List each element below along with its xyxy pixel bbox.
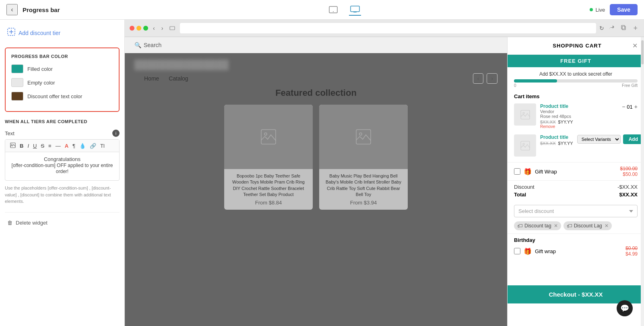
product-title-1: Bopoobo 1pc Baby Teether Safe Wooden Toy…: [228, 173, 309, 198]
live-dot: [590, 8, 593, 11]
store-inner: 🔍 Search ███████████████ Home Catalog: [125, 37, 507, 326]
discount-text-color-swatch[interactable]: [11, 92, 23, 101]
variant-row-2: Select Variants Add: [577, 134, 644, 144]
birthday-gift-wrap-row: 🎁 Gift wrap $0.00 $4.99: [514, 246, 638, 260]
product-info-1: Bopoobo 1pc Baby Teether Safe Wooden Toy…: [224, 169, 313, 210]
discount-tag-close-2[interactable]: ✕: [604, 223, 609, 229]
cart-item-price-old-1: $XX.XX: [540, 120, 556, 124]
discount-row: Discount -$XX.XX: [514, 184, 638, 190]
svg-point-20: [523, 143, 524, 145]
product-card-2: Baby Music Play Bed Hanging Bell Baby's …: [319, 105, 408, 210]
bold-button[interactable]: B: [18, 142, 25, 149]
browser-copy-button[interactable]: [619, 24, 628, 33]
qty-plus-1-button[interactable]: +: [634, 103, 638, 110]
browser-reload-button[interactable]: ↻: [599, 25, 604, 31]
tag-icon-2: 🏷: [567, 223, 572, 229]
gift-wrap-prices: $100.00 $50.00: [620, 166, 638, 177]
add-discount-tier-button[interactable]: Add discount tier: [5, 25, 63, 41]
traffic-light-yellow[interactable]: [136, 26, 141, 31]
scrollbar-thumb[interactable]: [641, 40, 644, 64]
birthday-gift-icon: 🎁: [524, 248, 532, 255]
dash-button[interactable]: —: [54, 142, 62, 149]
scrollbar-track[interactable]: [641, 37, 644, 326]
main-layout: Add discount tier PROGRESS BAR COLOR Fil…: [0, 20, 644, 326]
birthday-gift-wrap-label: Gift wrap: [535, 248, 622, 254]
divider: [5, 212, 120, 213]
discount-tag-close-1[interactable]: ✕: [553, 223, 558, 229]
strikethrough-button[interactable]: S: [39, 142, 46, 149]
text-format-button[interactable]: Tl: [99, 142, 106, 149]
cart-item-price-new-2: $YY.YY: [558, 141, 573, 146]
svg-point-18: [523, 112, 524, 114]
traffic-light-green[interactable]: [143, 26, 148, 31]
cart-item-price-new-1: $YY.YY: [558, 120, 573, 124]
back-button[interactable]: ‹: [6, 4, 18, 15]
store-nav: 🔍 Search: [125, 37, 507, 53]
nav-catalog[interactable]: Catalog: [169, 75, 188, 82]
cart-item-price-old-2: $XX.XX: [540, 141, 556, 146]
discount-text-color-row: Discount offer text color: [11, 92, 113, 101]
svg-rect-15: [356, 130, 371, 144]
progress-end-label: Free Gift: [622, 83, 638, 88]
cart-item-title-1: Product title: [540, 103, 618, 109]
products-row: Bopoobo 1pc Baby Teether Safe Wooden Toy…: [125, 105, 507, 210]
filled-color-swatch[interactable]: [11, 64, 23, 73]
next-arrow-button[interactable]: ›: [487, 73, 497, 84]
browser-back-button[interactable]: ‹: [151, 24, 157, 32]
store-logo: ███████████████: [134, 60, 497, 70]
qty-value-1: 01: [627, 104, 632, 110]
browser-add-button[interactable]: +: [632, 23, 639, 33]
variant-select-2[interactable]: Select Variants: [577, 135, 621, 144]
underline-button[interactable]: U: [31, 142, 38, 149]
tablet-view-button[interactable]: [327, 4, 339, 16]
save-button[interactable]: Save: [610, 4, 638, 15]
qty-minus-1-button[interactable]: −: [622, 103, 625, 110]
page-title: Progress bar: [23, 6, 60, 13]
top-bar-center: [131, 4, 557, 16]
gift-wrap-checkbox[interactable]: [514, 168, 520, 175]
unlock-text: Add $XX.XX to unlock secret offer: [508, 67, 644, 79]
progress-labels: 0 Free Gift: [514, 83, 638, 88]
discount-tags: 🏷 Discount tag ✕ 🏷 Discount Lag ✕: [508, 220, 644, 233]
align-button[interactable]: ≡: [47, 142, 53, 149]
left-panel: Add discount tier PROGRESS BAR COLOR Fil…: [0, 20, 125, 326]
cart-header: SHOPPING CART ✕: [508, 37, 644, 55]
desktop-view-button[interactable]: [349, 4, 361, 16]
top-bar-left: ‹ Progress bar: [6, 4, 131, 15]
info-icon[interactable]: i: [112, 130, 120, 137]
image-button[interactable]: [8, 142, 17, 150]
traffic-light-red[interactable]: [130, 26, 134, 31]
cart-close-button[interactable]: ✕: [632, 42, 638, 50]
preview-area: ‹ › ↻ + 🔍: [125, 20, 644, 326]
remove-item-1-button[interactable]: Remove: [540, 124, 618, 129]
add-tier-icon: [7, 28, 15, 38]
link-button[interactable]: 🔗: [88, 142, 98, 149]
browser-share-button[interactable]: [607, 24, 616, 33]
browser-minimize-button[interactable]: [168, 24, 177, 32]
empty-color-swatch[interactable]: [11, 78, 23, 87]
store-search-area[interactable]: 🔍 Search: [134, 42, 161, 48]
droplet-button[interactable]: 💧: [78, 142, 87, 149]
progress-bar-color-title: PROGRESS BAR COLOR: [11, 54, 113, 59]
product-title-2: Baby Music Play Bed Hanging Bell Baby's …: [323, 173, 404, 198]
address-bar[interactable]: [180, 23, 596, 33]
birthday-gift-wrap-checkbox[interactable]: [514, 248, 520, 254]
delete-widget-button[interactable]: 🗑 Delete widget: [5, 217, 50, 228]
cart-item-title-2: Product title: [540, 134, 573, 140]
editor-body[interactable]: Congratulations[offer-condition-sum] OFF…: [5, 152, 119, 180]
birthday-gift-price-new: $4.99: [625, 251, 638, 257]
discount-select[interactable]: Select discount: [514, 205, 638, 217]
svg-point-9: [11, 144, 12, 144]
rich-editor: B I U S ≡ — A ¶ 💧 🔗 Tl Congratulations[o…: [5, 139, 120, 181]
chat-bubble[interactable]: 💬: [617, 300, 633, 316]
cart-item-img-2: [514, 134, 536, 157]
top-bar-right: Live Save: [557, 4, 638, 15]
total-row: Total $XX.XX: [514, 192, 638, 198]
product-img-1: [224, 105, 313, 169]
nav-home[interactable]: Home: [144, 75, 159, 82]
prev-arrow-button[interactable]: ‹: [473, 73, 484, 84]
italic-button[interactable]: I: [26, 142, 31, 149]
browser-forward-button[interactable]: ›: [160, 24, 165, 32]
font-color-button[interactable]: A: [63, 142, 70, 149]
paragraph-button[interactable]: ¶: [71, 142, 77, 149]
